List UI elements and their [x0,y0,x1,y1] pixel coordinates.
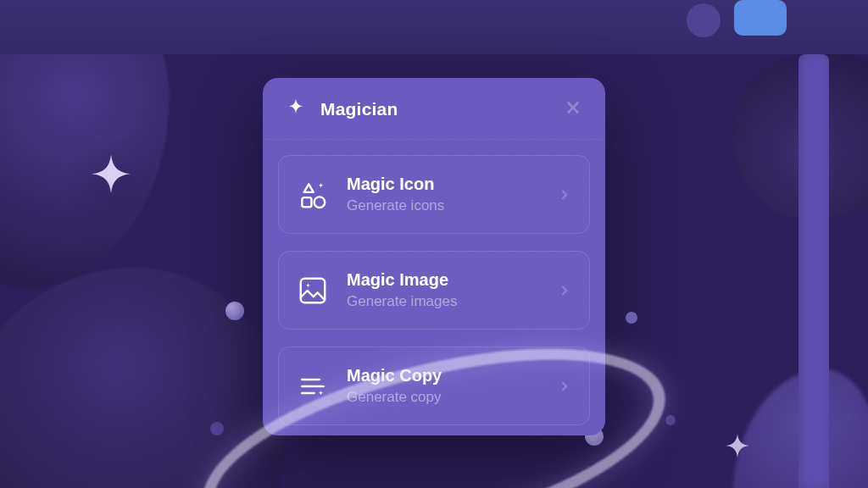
option-magic-copy[interactable]: Magic Copy Generate copy [278,347,590,425]
avatar-dot [687,3,721,37]
option-subtitle: Generate copy [347,389,540,406]
option-subtitle: Generate images [347,293,540,310]
svg-point-1 [314,197,326,208]
option-title: Magic Icon [347,175,540,194]
option-title: Magic Image [347,270,540,290]
option-text: Magic Copy Generate copy [347,366,540,406]
option-title: Magic Copy [347,366,540,385]
image-sparkle-icon [296,274,330,308]
decorative-orb [225,302,244,320]
top-bar [0,0,868,54]
magician-panel: Magician Magic Icon Generate icons [263,78,605,435]
sparkle-icon [717,430,758,471]
svg-rect-2 [301,278,326,302]
close-icon [564,98,582,120]
chevron-right-icon [557,379,572,394]
bg-blob-2 [0,268,288,488]
decorative-orb [665,415,676,425]
side-resize-handle[interactable] [798,54,829,488]
panel-header: Magician [263,78,605,140]
sparkle-icon [283,97,309,122]
sparkle-icon [78,149,144,215]
option-text: Magic Icon Generate icons [347,175,540,214]
decorative-orb [626,312,637,324]
option-magic-icon[interactable]: Magic Icon Generate icons [278,155,590,234]
svg-rect-0 [302,197,311,207]
panel-title: Magician [320,99,549,119]
chevron-right-icon [557,187,572,202]
chevron-right-icon [557,283,572,298]
close-button[interactable] [561,97,585,121]
option-text: Magic Image Generate images [347,270,540,310]
option-magic-image[interactable]: Magic Image Generate images [278,251,590,330]
top-action-button[interactable] [734,0,787,36]
panel-body: Magic Icon Generate icons Magic Image Ge… [263,140,605,425]
option-subtitle: Generate icons [347,197,540,214]
shapes-sparkle-icon [296,178,330,212]
text-lines-sparkle-icon [296,369,330,403]
decorative-orb [210,422,224,435]
